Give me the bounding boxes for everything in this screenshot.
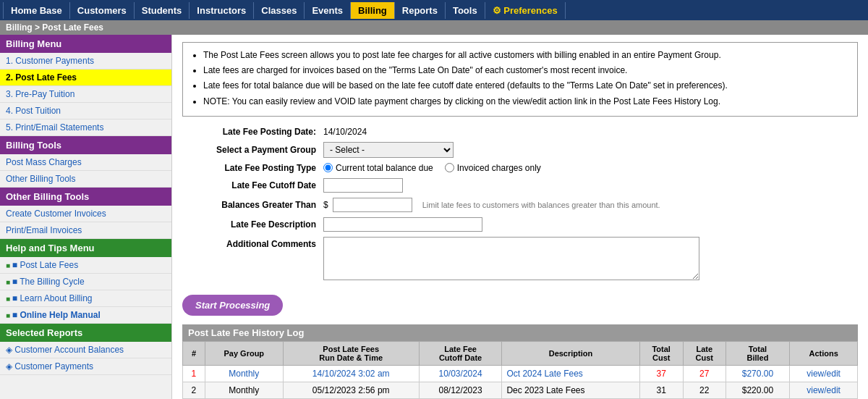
cell-total-cust: 37 bbox=[639, 365, 683, 382]
description-input[interactable]: Oct 2024 Late Fees bbox=[323, 217, 482, 232]
sidebar-report-customer-payments[interactable]: ◈ Customer Payments bbox=[0, 358, 171, 375]
cell-description: Oct 2024 Late Fees bbox=[502, 365, 639, 382]
sidebar-item-post-tuition[interactable]: 4. Post Tuition bbox=[0, 103, 171, 119]
nav-instructors[interactable]: Instructors bbox=[190, 2, 254, 19]
description-row: Late Fee Description Oct 2024 Late Fees bbox=[182, 217, 858, 232]
col-description: Description bbox=[502, 341, 639, 365]
other-billing-tools-title: Other Billing Tools bbox=[0, 188, 171, 206]
cell-actions: view/edit bbox=[790, 382, 858, 398]
sidebar-item-post-mass-charges[interactable]: Post Mass Charges bbox=[0, 154, 171, 171]
sidebar: Billing Menu 1. Customer Payments 2. Pos… bbox=[0, 35, 172, 399]
balances-label: Balances Greater Than bbox=[182, 200, 323, 210]
table-row: 2Monthly05/12/2023 2:56 pm08/12/2023Dec … bbox=[183, 382, 858, 398]
cell-total-cust: 31 bbox=[639, 382, 683, 398]
cell-run-date: 05/12/2023 2:56 pm bbox=[283, 382, 419, 398]
balance-prefix: $ bbox=[323, 200, 328, 210]
cell-actions: view/edit bbox=[790, 365, 858, 382]
billing-menu-title: Billing Menu bbox=[0, 35, 171, 53]
info-bullet-2: Late fees are charged for invoices based… bbox=[203, 64, 848, 77]
radio-current-balance[interactable]: Current total balance due bbox=[323, 163, 433, 173]
info-bullet-3: Late fees for total balance due will be … bbox=[203, 79, 848, 93]
col-actions: Actions bbox=[790, 341, 858, 365]
sidebar-item-prepay-tuition[interactable]: 3. Pre-Pay Tuition bbox=[0, 86, 171, 103]
top-navigation: Home Base Customers Students Instructors… bbox=[0, 0, 868, 20]
sidebar-help-post-late-fees[interactable]: ■ Post Late Fees bbox=[0, 257, 171, 274]
billing-tools-title: Billing Tools bbox=[0, 136, 171, 154]
cell-total-billed: $270.00 bbox=[726, 365, 790, 382]
payment-group-select[interactable]: - Select - bbox=[323, 142, 454, 158]
cell-pay-group: Monthly bbox=[205, 365, 283, 382]
info-box: The Post Late Fees screen allows you to … bbox=[182, 42, 858, 117]
radio-current-balance-input[interactable] bbox=[323, 163, 333, 172]
nav-customers[interactable]: Customers bbox=[70, 2, 135, 19]
cutoff-date-input[interactable]: 08/10/2024 bbox=[323, 178, 403, 193]
comments-label: Additional Comments bbox=[182, 237, 323, 249]
cell-pay-group: Monthly bbox=[205, 382, 283, 398]
cell-late-cust: 27 bbox=[683, 365, 726, 382]
sidebar-item-print-email-invoices[interactable]: Print/Email Invoices bbox=[0, 222, 171, 239]
main-layout: Billing Menu 1. Customer Payments 2. Pos… bbox=[0, 35, 868, 399]
cutoff-date-label: Late Fee Cutoff Date bbox=[182, 180, 323, 190]
balance-hint: Limit late fees to customers with balanc… bbox=[422, 201, 660, 209]
sidebar-help-billing-cycle[interactable]: ■ The Billing Cycle bbox=[0, 274, 171, 290]
post-late-fees-form: Late Fee Posting Date: 14/10/2024 Select… bbox=[182, 127, 858, 280]
breadcrumb: Billing > Post Late Fees bbox=[0, 20, 868, 35]
radio-invoiced-charges-input[interactable] bbox=[445, 163, 454, 172]
sidebar-help-learn-billing[interactable]: ■ Learn About Billing bbox=[0, 290, 171, 307]
cell-run-date: 14/10/2024 3:02 am bbox=[283, 365, 419, 382]
info-bullet-1: The Post Late Fees screen allows you to … bbox=[203, 49, 848, 62]
history-log-title: Post Late Fee History Log bbox=[182, 324, 858, 341]
radio-invoiced-charges[interactable]: Invoiced charges only bbox=[445, 163, 541, 173]
col-total-billed: TotalBilled bbox=[726, 341, 790, 365]
radio-current-balance-label: Current total balance due bbox=[336, 163, 433, 173]
sidebar-report-account-balances[interactable]: ◈ Customer Account Balances bbox=[0, 342, 171, 358]
start-processing-button[interactable]: Start Processing bbox=[182, 295, 283, 316]
posting-date-label: Late Fee Posting Date: bbox=[182, 127, 323, 137]
col-num: # bbox=[183, 341, 205, 365]
posting-type-row: Late Fee Posting Type Current total bala… bbox=[182, 163, 858, 173]
sidebar-item-customer-payments[interactable]: 1. Customer Payments bbox=[0, 53, 171, 70]
cell-cutoff-date: 10/03/2024 bbox=[419, 365, 502, 382]
help-tips-title: Help and Tips Menu bbox=[0, 239, 171, 257]
balances-row: Balances Greater Than $ 0.00 Limit late … bbox=[182, 198, 858, 212]
cell-cutoff-date: 08/12/2023 bbox=[419, 382, 502, 398]
cell-num: 1 bbox=[183, 365, 205, 382]
radio-invoiced-charges-label: Invoiced charges only bbox=[457, 163, 541, 173]
sidebar-item-print-email-statements[interactable]: 5. Print/Email Statements bbox=[0, 119, 171, 136]
col-total-cust: TotalCust bbox=[639, 341, 683, 365]
sidebar-item-post-late-fees[interactable]: 2. Post Late Fees bbox=[0, 70, 171, 86]
cell-num: 2 bbox=[183, 382, 205, 398]
nav-events[interactable]: Events bbox=[305, 2, 351, 19]
content-area: The Post Late Fees screen allows you to … bbox=[172, 35, 868, 399]
cell-description: Dec 2023 Late Fees bbox=[502, 382, 639, 398]
sidebar-help-online-manual[interactable]: ■ Online Help Manual bbox=[0, 307, 171, 324]
balances-input[interactable]: 0.00 bbox=[333, 198, 412, 212]
col-cutoff-date: Late FeeCutoff Date bbox=[419, 341, 502, 365]
table-row: 1Monthly14/10/2024 3:02 am10/03/2024Oct … bbox=[183, 365, 858, 382]
col-pay-group: Pay Group bbox=[205, 341, 283, 365]
nav-reports[interactable]: Reports bbox=[395, 2, 446, 19]
payment-group-row: Select a Payment Group - Select - bbox=[182, 142, 858, 158]
nav-preferences[interactable]: ⚙ Preferences bbox=[485, 2, 566, 19]
nav-home-base[interactable]: Home Base bbox=[3, 2, 70, 19]
comments-row: Additional Comments bbox=[182, 237, 858, 280]
cell-total-billed: $220.00 bbox=[726, 382, 790, 398]
nav-tools[interactable]: Tools bbox=[446, 2, 485, 19]
payment-group-label: Select a Payment Group bbox=[182, 145, 323, 155]
history-table: # Pay Group Post Late FeesRun Date & Tim… bbox=[182, 341, 858, 399]
sidebar-item-create-customer-invoices[interactable]: Create Customer Invoices bbox=[0, 206, 171, 222]
posting-date-value: 14/10/2024 bbox=[323, 127, 367, 137]
description-label: Late Fee Description bbox=[182, 219, 323, 230]
selected-reports-title: Selected Reports bbox=[0, 324, 171, 342]
cutoff-date-row: Late Fee Cutoff Date 08/10/2024 bbox=[182, 178, 858, 193]
info-bullet-4: NOTE: You can easily review and VOID lat… bbox=[203, 95, 848, 109]
balances-input-group: $ 0.00 Limit late fees to customers with… bbox=[323, 198, 660, 212]
col-late-cust: LateCust bbox=[683, 341, 726, 365]
nav-classes[interactable]: Classes bbox=[254, 2, 305, 19]
nav-students[interactable]: Students bbox=[135, 2, 190, 19]
comments-textarea[interactable] bbox=[323, 237, 699, 280]
sidebar-item-other-billing-tools-link[interactable]: Other Billing Tools bbox=[0, 171, 171, 188]
posting-date-row: Late Fee Posting Date: 14/10/2024 bbox=[182, 127, 858, 137]
col-run-date: Post Late FeesRun Date & Time bbox=[283, 341, 419, 365]
nav-billing[interactable]: Billing bbox=[351, 2, 395, 19]
